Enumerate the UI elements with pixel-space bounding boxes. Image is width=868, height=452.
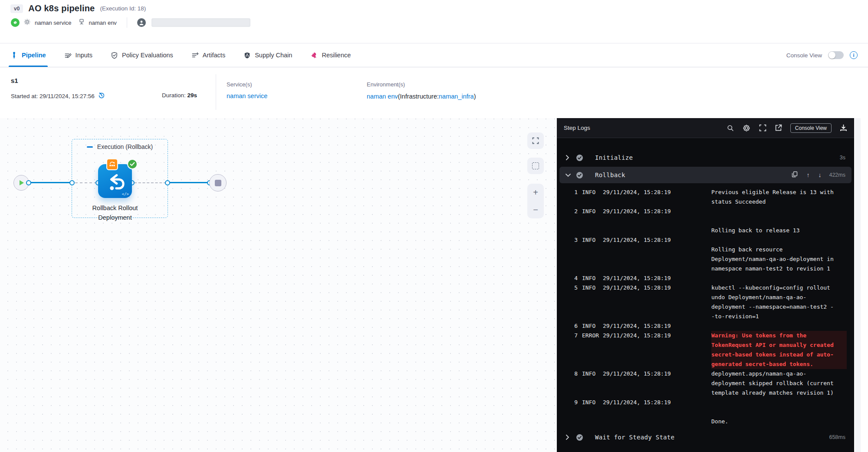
log-line [572, 216, 854, 226]
canvas-fullscreen-button[interactable] [527, 132, 544, 149]
content: Execution (Rollback) </> [0, 118, 868, 452]
scroll-down-icon[interactable]: ↓ [818, 172, 821, 178]
log-panel-title: Step Logs [564, 125, 590, 131]
chevron-right-icon[interactable] [566, 435, 576, 440]
stage-name: s1 [11, 77, 18, 84]
section-duration: 422ms [829, 172, 845, 178]
log-line: undo Deployment/naman-qa-ao- [572, 293, 854, 302]
connector-dot [165, 180, 170, 185]
log-line: template already matches revision 1) [572, 388, 854, 398]
environments-block: Environment(s) naman env(Infrastructure:… [367, 81, 476, 100]
redacted-user-email [151, 18, 250, 27]
log-line: 1INFO29/11/2024, 15:28:19Previous eligib… [572, 188, 854, 197]
tab-inputs[interactable]: Inputs [64, 43, 93, 67]
user-avatar-icon [137, 18, 146, 27]
services-block: Service(s) naman service [227, 81, 267, 99]
edge-dashed-right [134, 182, 166, 183]
success-check-icon [576, 154, 589, 162]
log-line: 3INFO29/11/2024, 15:28:19 [572, 235, 854, 245]
env-infra-suffix: ) [474, 93, 476, 100]
header-divider [127, 17, 127, 28]
tab-artifacts[interactable]: Artifacts [191, 43, 225, 67]
scrollbar[interactable] [855, 118, 861, 452]
header-tags-row: naman service naman env [11, 17, 250, 28]
log-line: namespace naman-test2 to revision 1 [572, 264, 854, 274]
policy-shield-icon [111, 52, 118, 59]
console-view-button[interactable]: Console View [790, 123, 832, 133]
log-line: secret-based tokens instead of auto- [572, 350, 854, 360]
execution-id: (Execution Id: 18) [100, 5, 146, 12]
expand-fullscreen-icon[interactable] [759, 124, 766, 132]
environment-icon [78, 18, 85, 27]
pipeline-canvas[interactable]: Execution (Rollback) </> [0, 118, 557, 452]
zoom-out-button[interactable]: − [533, 205, 538, 214]
success-check-icon [576, 172, 589, 179]
service-link[interactable]: naman service [227, 92, 267, 99]
chevron-down-icon[interactable] [566, 173, 576, 177]
tab-label: Inputs [76, 52, 93, 59]
started-at: Started at: 29/11/2024, 15:27:56 [11, 92, 105, 100]
env-infra-link[interactable]: naman_infra [439, 93, 474, 100]
info-icon[interactable]: i [850, 51, 858, 59]
supply-chain-icon [243, 52, 251, 59]
open-in-new-icon[interactable] [775, 124, 782, 132]
stop-square-icon [215, 180, 221, 186]
log-body: Initialize 3s Rollback ↑ [557, 138, 854, 445]
log-line: 9INFO29/11/2024, 15:28:19 [572, 398, 854, 407]
settings-gear-icon[interactable] [742, 124, 751, 132]
environments-label: Environment(s) [367, 81, 476, 88]
pipeline-icon [10, 52, 18, 59]
copy-icon[interactable] [792, 171, 798, 179]
tab-supply-chain[interactable]: Supply Chain [243, 43, 292, 67]
collapse-minus-icon[interactable] [87, 146, 93, 148]
started-value: 29/11/2024, 15:27:56 [39, 93, 95, 99]
search-icon[interactable] [727, 125, 734, 132]
section-title: Rollback [595, 172, 625, 178]
tab-pipeline[interactable]: Pipeline [10, 43, 46, 67]
scroll-up-icon[interactable]: ↑ [806, 172, 809, 178]
log-line: status Succeeded [572, 197, 854, 207]
download-icon[interactable] [840, 124, 847, 132]
log-line: 8INFO29/11/2024, 15:28:19deployment.apps… [572, 369, 854, 379]
stage-bar-divider [216, 74, 216, 110]
canvas-marquee-button[interactable] [527, 158, 544, 174]
section-title: Wait for Steady State [595, 434, 674, 441]
tab-policy-evaluations[interactable]: Policy Evaluations [111, 43, 173, 67]
duration: Duration: 29s [162, 92, 197, 99]
version-badge: v0 [10, 4, 23, 13]
section-actions: ↑ ↓ [792, 171, 821, 179]
step-node-label-line1: Rollback Rollout [71, 203, 159, 213]
service-gear-icon [23, 18, 31, 27]
inputs-icon [64, 52, 72, 59]
page-title: AO k8s pipeline [28, 3, 95, 13]
log-line: 5INFO29/11/2024, 15:28:19kubectl --kubec… [572, 283, 854, 293]
connector-dot [26, 180, 31, 185]
env-link[interactable]: naman env [367, 93, 398, 100]
log-section-rollback[interactable]: Rollback ↑ ↓ 422ms [559, 167, 852, 183]
tab-resilience[interactable]: Resilience [310, 43, 351, 67]
tab-bar: Pipeline Inputs Policy Evaluations Artif… [0, 43, 868, 67]
console-view-label: Console View [786, 52, 822, 59]
duration-value: 29s [187, 92, 197, 99]
stage-summary-bar: s1 Started at: 29/11/2024, 15:27:56 Dura… [0, 67, 868, 118]
zoom-in-button[interactable]: + [533, 188, 538, 197]
end-node [209, 174, 227, 191]
log-panel-actions: Console View [727, 123, 847, 133]
log-line: 6INFO29/11/2024, 15:28:19 [572, 321, 854, 331]
play-icon [19, 180, 24, 186]
stage-box-title: Execution (Rollback) [97, 143, 153, 150]
tab-label: Pipeline [22, 52, 46, 59]
rollout-badge-icon [106, 158, 118, 170]
chevron-right-icon[interactable] [566, 155, 576, 160]
console-view-toggle[interactable] [828, 51, 844, 59]
log-line: 4INFO29/11/2024, 15:28:19 [572, 274, 854, 283]
log-section-initialize[interactable]: Initialize 3s [559, 149, 852, 166]
section-title: Initialize [595, 154, 633, 161]
started-label: Started at: [11, 93, 38, 99]
log-section-wait-for-steady-state[interactable]: Wait for Steady State 658ms [559, 429, 852, 445]
history-icon[interactable] [98, 92, 105, 100]
duration-label: Duration: [162, 92, 186, 99]
page-gutter [854, 118, 868, 452]
services-label: Service(s) [227, 81, 267, 88]
log-lines: 1INFO29/11/2024, 15:28:19Previous eligib… [557, 184, 854, 428]
